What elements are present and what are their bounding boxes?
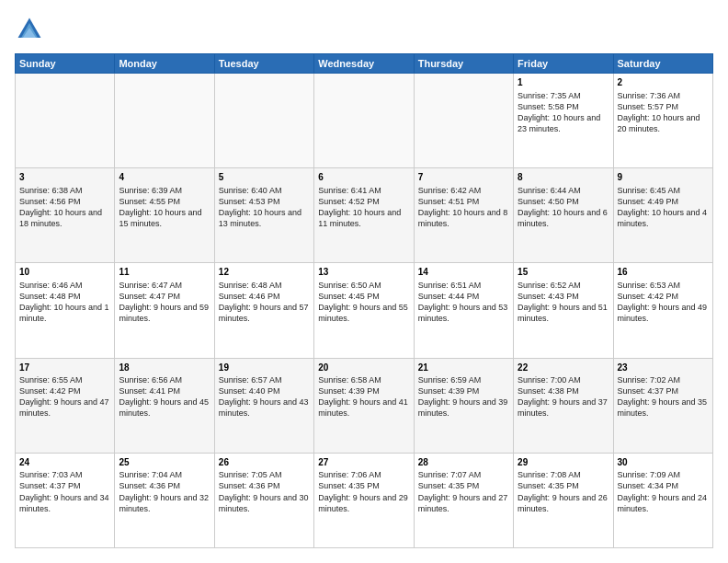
day-number: 21 bbox=[418, 362, 509, 374]
calendar-cell bbox=[16, 74, 115, 168]
day-info: Sunrise: 7:36 AM Sunset: 5:57 PM Dayligh… bbox=[618, 90, 709, 135]
day-number: 18 bbox=[119, 362, 210, 374]
day-info: Sunrise: 6:46 AM Sunset: 4:48 PM Dayligh… bbox=[19, 280, 110, 325]
calendar-cell: 4Sunrise: 6:39 AM Sunset: 4:55 PM Daylig… bbox=[115, 168, 214, 263]
day-number: 13 bbox=[318, 266, 409, 279]
calendar-cell: 1Sunrise: 7:35 AM Sunset: 5:58 PM Daylig… bbox=[514, 74, 613, 168]
day-info: Sunrise: 6:53 AM Sunset: 4:42 PM Dayligh… bbox=[618, 280, 709, 325]
day-number: 14 bbox=[418, 266, 509, 279]
day-number: 3 bbox=[19, 171, 110, 184]
day-number: 1 bbox=[518, 76, 609, 89]
calendar-cell: 14Sunrise: 6:51 AM Sunset: 4:44 PM Dayli… bbox=[414, 263, 513, 358]
day-info: Sunrise: 7:06 AM Sunset: 4:35 PM Dayligh… bbox=[318, 469, 409, 514]
day-info: Sunrise: 7:02 AM Sunset: 4:37 PM Dayligh… bbox=[618, 374, 709, 419]
day-number: 30 bbox=[618, 456, 709, 469]
day-number: 20 bbox=[318, 362, 409, 374]
weekday-header-tuesday: Tuesday bbox=[214, 54, 313, 74]
calendar-cell: 21Sunrise: 6:59 AM Sunset: 4:39 PM Dayli… bbox=[414, 358, 513, 453]
calendar-cell: 17Sunrise: 6:55 AM Sunset: 4:42 PM Dayli… bbox=[16, 358, 115, 453]
calendar-cell: 11Sunrise: 6:47 AM Sunset: 4:47 PM Dayli… bbox=[115, 263, 214, 358]
weekday-header-saturday: Saturday bbox=[613, 54, 712, 74]
day-number: 10 bbox=[19, 266, 110, 279]
day-info: Sunrise: 6:39 AM Sunset: 4:55 PM Dayligh… bbox=[119, 185, 210, 230]
day-info: Sunrise: 6:58 AM Sunset: 4:39 PM Dayligh… bbox=[318, 374, 409, 419]
weekday-header-wednesday: Wednesday bbox=[314, 54, 414, 74]
week-row-4: 17Sunrise: 6:55 AM Sunset: 4:42 PM Dayli… bbox=[16, 358, 713, 453]
day-number: 2 bbox=[618, 76, 709, 89]
calendar-cell: 28Sunrise: 7:07 AM Sunset: 4:35 PM Dayli… bbox=[414, 453, 513, 547]
day-info: Sunrise: 7:09 AM Sunset: 4:34 PM Dayligh… bbox=[618, 469, 709, 514]
day-info: Sunrise: 6:47 AM Sunset: 4:47 PM Dayligh… bbox=[119, 280, 210, 325]
calendar-cell: 27Sunrise: 7:06 AM Sunset: 4:35 PM Dayli… bbox=[314, 453, 414, 547]
calendar-cell: 6Sunrise: 6:41 AM Sunset: 4:52 PM Daylig… bbox=[314, 168, 414, 263]
day-info: Sunrise: 6:50 AM Sunset: 4:45 PM Dayligh… bbox=[318, 280, 409, 325]
calendar-cell bbox=[214, 74, 313, 168]
calendar-cell: 3Sunrise: 6:38 AM Sunset: 4:56 PM Daylig… bbox=[16, 168, 115, 263]
day-number: 27 bbox=[318, 456, 409, 469]
day-number: 4 bbox=[119, 171, 210, 184]
calendar-cell: 20Sunrise: 6:58 AM Sunset: 4:39 PM Dayli… bbox=[314, 358, 414, 453]
week-row-2: 3Sunrise: 6:38 AM Sunset: 4:56 PM Daylig… bbox=[16, 168, 713, 263]
calendar-cell: 25Sunrise: 7:04 AM Sunset: 4:36 PM Dayli… bbox=[115, 453, 214, 547]
day-info: Sunrise: 6:41 AM Sunset: 4:52 PM Dayligh… bbox=[318, 185, 409, 230]
day-info: Sunrise: 6:44 AM Sunset: 4:50 PM Dayligh… bbox=[518, 185, 609, 230]
day-number: 16 bbox=[618, 266, 709, 279]
day-number: 19 bbox=[219, 362, 310, 374]
calendar-cell: 2Sunrise: 7:36 AM Sunset: 5:57 PM Daylig… bbox=[613, 74, 712, 168]
day-info: Sunrise: 7:08 AM Sunset: 4:35 PM Dayligh… bbox=[518, 469, 609, 514]
day-number: 12 bbox=[219, 266, 310, 279]
calendar-cell: 24Sunrise: 7:03 AM Sunset: 4:37 PM Dayli… bbox=[16, 453, 115, 547]
calendar-cell: 26Sunrise: 7:05 AM Sunset: 4:36 PM Dayli… bbox=[214, 453, 313, 547]
calendar-cell: 29Sunrise: 7:08 AM Sunset: 4:35 PM Dayli… bbox=[514, 453, 613, 547]
header bbox=[15, 15, 713, 44]
calendar-cell bbox=[414, 74, 513, 168]
weekday-header-sunday: Sunday bbox=[16, 54, 115, 74]
day-info: Sunrise: 6:52 AM Sunset: 4:43 PM Dayligh… bbox=[518, 280, 609, 325]
day-info: Sunrise: 6:55 AM Sunset: 4:42 PM Dayligh… bbox=[19, 374, 110, 419]
week-row-1: 1Sunrise: 7:35 AM Sunset: 5:58 PM Daylig… bbox=[16, 74, 713, 168]
day-info: Sunrise: 6:38 AM Sunset: 4:56 PM Dayligh… bbox=[19, 185, 110, 230]
calendar-table: SundayMondayTuesdayWednesdayThursdayFrid… bbox=[15, 53, 713, 548]
calendar-cell: 5Sunrise: 6:40 AM Sunset: 4:53 PM Daylig… bbox=[214, 168, 313, 263]
weekday-header-monday: Monday bbox=[115, 54, 214, 74]
day-info: Sunrise: 6:42 AM Sunset: 4:51 PM Dayligh… bbox=[418, 185, 509, 230]
week-row-3: 10Sunrise: 6:46 AM Sunset: 4:48 PM Dayli… bbox=[16, 263, 713, 358]
day-number: 9 bbox=[618, 171, 709, 184]
day-number: 17 bbox=[19, 362, 110, 374]
day-number: 28 bbox=[418, 456, 509, 469]
calendar-cell: 16Sunrise: 6:53 AM Sunset: 4:42 PM Dayli… bbox=[613, 263, 712, 358]
calendar-cell: 19Sunrise: 6:57 AM Sunset: 4:40 PM Dayli… bbox=[214, 358, 313, 453]
day-info: Sunrise: 7:05 AM Sunset: 4:36 PM Dayligh… bbox=[219, 469, 310, 514]
calendar-cell bbox=[115, 74, 214, 168]
day-number: 7 bbox=[418, 171, 509, 184]
day-info: Sunrise: 7:35 AM Sunset: 5:58 PM Dayligh… bbox=[518, 90, 609, 135]
calendar-cell: 12Sunrise: 6:48 AM Sunset: 4:46 PM Dayli… bbox=[214, 263, 313, 358]
day-info: Sunrise: 7:00 AM Sunset: 4:38 PM Dayligh… bbox=[518, 374, 609, 419]
day-info: Sunrise: 6:40 AM Sunset: 4:53 PM Dayligh… bbox=[219, 185, 310, 230]
calendar-cell: 23Sunrise: 7:02 AM Sunset: 4:37 PM Dayli… bbox=[613, 358, 712, 453]
calendar-cell: 15Sunrise: 6:52 AM Sunset: 4:43 PM Dayli… bbox=[514, 263, 613, 358]
day-info: Sunrise: 7:03 AM Sunset: 4:37 PM Dayligh… bbox=[19, 469, 110, 514]
calendar-cell: 9Sunrise: 6:45 AM Sunset: 4:49 PM Daylig… bbox=[613, 168, 712, 263]
calendar-cell: 13Sunrise: 6:50 AM Sunset: 4:45 PM Dayli… bbox=[314, 263, 414, 358]
day-number: 5 bbox=[219, 171, 310, 184]
day-number: 24 bbox=[19, 456, 110, 469]
day-number: 15 bbox=[518, 266, 609, 279]
day-number: 8 bbox=[518, 171, 609, 184]
calendar-cell: 10Sunrise: 6:46 AM Sunset: 4:48 PM Dayli… bbox=[16, 263, 115, 358]
day-info: Sunrise: 6:45 AM Sunset: 4:49 PM Dayligh… bbox=[618, 185, 709, 230]
day-number: 26 bbox=[219, 456, 310, 469]
day-number: 23 bbox=[618, 362, 709, 374]
weekday-header-thursday: Thursday bbox=[414, 54, 513, 74]
day-number: 29 bbox=[518, 456, 609, 469]
day-info: Sunrise: 7:07 AM Sunset: 4:35 PM Dayligh… bbox=[418, 469, 509, 514]
calendar-cell: 30Sunrise: 7:09 AM Sunset: 4:34 PM Dayli… bbox=[613, 453, 712, 547]
calendar-cell: 7Sunrise: 6:42 AM Sunset: 4:51 PM Daylig… bbox=[414, 168, 513, 263]
week-row-5: 24Sunrise: 7:03 AM Sunset: 4:37 PM Dayli… bbox=[16, 453, 713, 547]
day-info: Sunrise: 6:56 AM Sunset: 4:41 PM Dayligh… bbox=[119, 374, 210, 419]
day-info: Sunrise: 6:59 AM Sunset: 4:39 PM Dayligh… bbox=[418, 374, 509, 419]
day-number: 11 bbox=[119, 266, 210, 279]
weekday-header-friday: Friday bbox=[514, 54, 613, 74]
logo-icon bbox=[15, 15, 44, 44]
page: SundayMondayTuesdayWednesdayThursdayFrid… bbox=[0, 0, 728, 563]
